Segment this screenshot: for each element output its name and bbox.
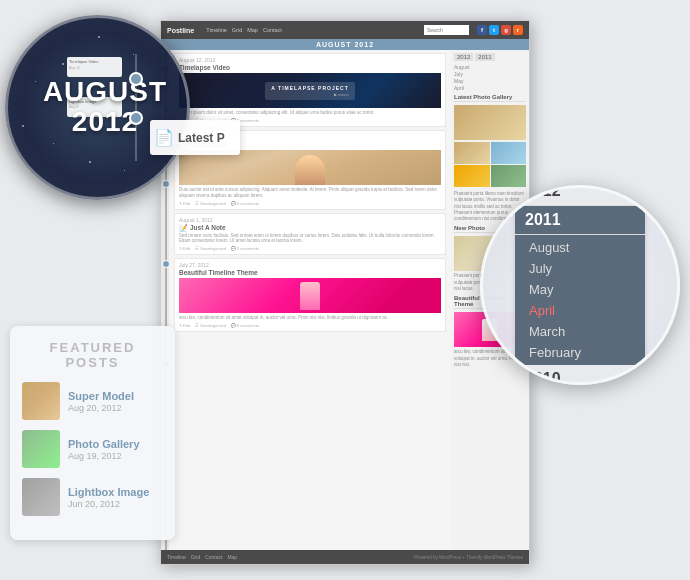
post-cat-4[interactable]: ☰ Uncategorized [195,323,226,328]
year-2011-heading[interactable]: 2011 [515,206,645,235]
post-date-1: August 12, 2012 [179,57,441,63]
social-links: f t g r [477,25,523,35]
featured-thumb-3 [22,478,60,516]
facebook-icon[interactable]: f [477,25,487,35]
featured-posts-title: FEATURED POSTS [22,340,163,370]
footer-timeline[interactable]: Timeline [167,554,186,560]
latest-p-snippet: 📄 Latest P [150,120,240,155]
gallery-thumb-1[interactable] [454,142,490,164]
footer-credit: Powered by WordPress + Themify WordPress… [414,555,523,560]
post-note[interactable]: August 1, 2012 📝 Just A Note Sed ornare … [174,213,446,256]
website-footer: Timeline Grid Contact Map Powered by Wor… [161,550,529,564]
circle-august-2012: Timelapse VideoAug 12 Lightbox ImageAug … [5,15,190,200]
gallery-section-title: Latest Photo Gallery [454,94,526,102]
post-text-3: Sed ornare nunc facilisis. Sed ornare en… [179,233,441,245]
footer-contact[interactable]: Contact [205,554,222,560]
twitter-icon[interactable]: t [489,25,499,35]
featured-title-1: Super Model [68,390,134,402]
month-small-aug[interactable]: August [454,64,526,70]
month-april[interactable]: April [515,300,645,321]
year-2010-heading[interactable]: 2010 [515,365,645,386]
month-may[interactable]: May [515,279,645,300]
year-2012-heading[interactable]: 2012 [515,185,645,206]
nav-grid[interactable]: Grid [232,27,242,33]
gallery-thumb-4[interactable] [491,165,527,187]
month-small-apr[interactable]: April [454,85,526,91]
featured-title-2: Photo Gallery [68,438,140,450]
featured-title-3: Lightbox Image [68,486,149,498]
featured-item-3[interactable]: Lightbox Image Jun 20, 2012 [22,478,163,516]
post-actions-4: ✎ Edit ☰ Uncategorized 💬 0 comments [179,323,441,328]
googleplus-icon[interactable]: g [501,25,511,35]
circle-card-1: Timelapse VideoAug 12 [67,57,122,77]
post-image-2 [179,150,441,185]
post-image-1: A TIMELAPSE PROJECT ▶ vimeo [179,73,441,108]
month-small-jul[interactable]: July [454,71,526,77]
latest-p-text: Latest P [178,131,225,145]
post-title-3: 📝 Just A Note [179,224,441,232]
year-2011-small[interactable]: 2011 [475,53,494,61]
gallery-main-img [454,105,526,140]
rss-icon[interactable]: r [513,25,523,35]
nav-bar: Postline Timeline Grid Map Contact f t g… [161,21,529,39]
post-edit-3[interactable]: ✎ Edit [179,246,190,251]
post-text-4: arcu leo, condimentum sit amet volutpat … [179,315,441,321]
post-title-1: Timelapse Video [179,64,441,71]
month-march[interactable]: March [515,321,645,342]
nav-map[interactable]: Map [247,27,258,33]
circle-tl-dot-1 [129,72,143,86]
post-edit-4[interactable]: ✎ Edit [179,323,190,328]
featured-item-1[interactable]: Super Model Aug 20, 2012 [22,382,163,420]
post-text-1: Lorem ipsum dolor sit amet, consectetur … [179,110,441,116]
post-cat-2[interactable]: ☰ Uncategorized [195,201,226,206]
footer-map[interactable]: Map [227,554,237,560]
featured-info-3: Lightbox Image Jun 20, 2012 [68,486,149,509]
month-july[interactable]: July [515,258,645,279]
gallery-grid [454,142,526,187]
gallery-thumb-3[interactable] [454,165,490,187]
featured-date-2: Aug 19, 2012 [68,451,140,461]
nav-timeline[interactable]: Timeline [206,27,227,33]
month-february[interactable]: February [515,342,645,363]
post-title-4: Beautiful Timeline Theme [179,269,441,276]
featured-date-1: Aug 20, 2012 [68,403,134,413]
nav-links: Timeline Grid Map Contact [206,27,282,33]
post-timelapse[interactable]: August 12, 2012 Timelapse Video A TIMELA… [174,53,446,127]
post-image-4 [179,278,441,313]
gallery-thumb-2[interactable] [491,142,527,164]
featured-thumb-1 [22,382,60,420]
month-header: AUGUST 2012 [161,39,529,50]
circle-year-nav: 2012 2011 August July May April March Fe… [480,185,680,385]
year-nav-panel: 2012 2011 August July May April March Fe… [515,185,645,385]
post-comments-2[interactable]: 💬 0 comments [231,201,259,206]
featured-date-3: Jun 20, 2012 [68,499,149,509]
post-actions-2: ✎ Edit ☰ Uncategorized 💬 0 comments [179,201,441,206]
month-small-may[interactable]: May [454,78,526,84]
featured-info-1: Super Model Aug 20, 2012 [68,390,134,413]
document-icon: 📄 [154,128,174,147]
post-actions-3: ✎ Edit ☰ Uncategorized 💬 0 comments [179,246,441,251]
footer-links: Timeline Grid Contact Map [167,554,237,560]
website-mockup: Postline Timeline Grid Map Contact f t g… [160,20,530,565]
months-list: August July May April March February [515,235,645,365]
year-2012-small[interactable]: 2012 [454,53,473,61]
nav-contact[interactable]: Contact [263,27,282,33]
footer-grid[interactable]: Grid [191,554,200,560]
timeline-dot-4 [162,260,170,268]
featured-thumb-2 [22,430,60,468]
month-august[interactable]: August [515,237,645,258]
search-input[interactable] [424,25,469,35]
post-beautiful[interactable]: July 27, 2012 Beautiful Timeline Theme a… [174,258,446,332]
featured-posts-panel: FEATURED POSTS Super Model Aug 20, 2012 … [10,326,175,540]
post-edit-2[interactable]: ✎ Edit [179,201,190,206]
featured-info-2: Photo Gallery Aug 19, 2012 [68,438,140,461]
circle-tl-dot-2 [129,111,143,125]
featured-item-2[interactable]: Photo Gallery Aug 19, 2012 [22,430,163,468]
post-cat-3[interactable]: ☰ Uncategorized [195,246,226,251]
post-date-3: August 1, 2012 [179,217,441,223]
post-comments-3[interactable]: 💬 0 comments [231,246,259,251]
post-text-2: Duis auctor est id ante cursus adipiscin… [179,187,441,199]
post-comments-4[interactable]: 💬 0 comments [231,323,259,328]
post-date-4: July 27, 2012 [179,262,441,268]
